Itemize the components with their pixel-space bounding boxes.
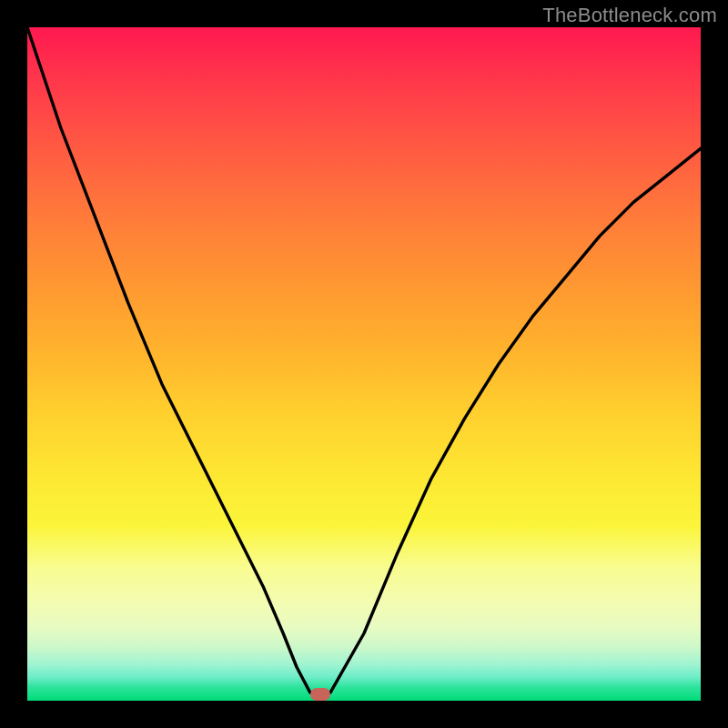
watermark-text: TheBottleneck.com: [542, 4, 717, 27]
plot-area: [27, 27, 701, 701]
minimum-marker: [310, 688, 330, 701]
curve-svg: [27, 27, 701, 701]
bottleneck-curve: [27, 27, 701, 694]
chart-frame: TheBottleneck.com: [0, 0, 728, 728]
